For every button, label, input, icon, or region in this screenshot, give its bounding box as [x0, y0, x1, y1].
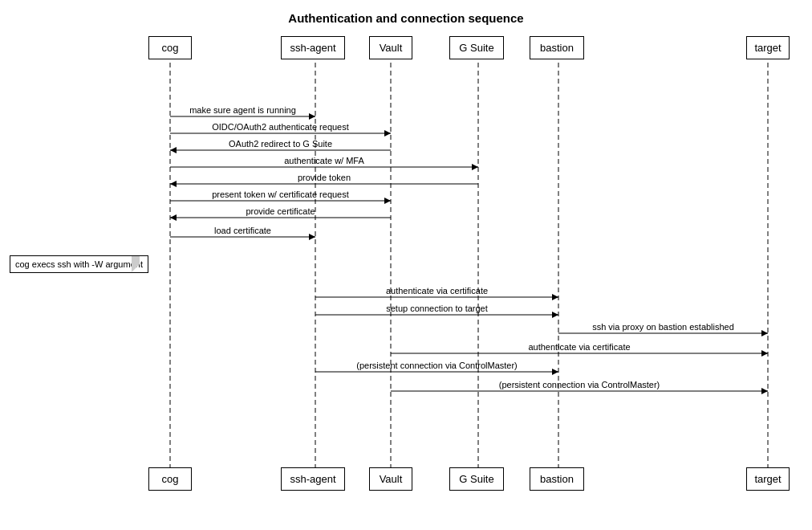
svg-marker-31 [552, 294, 558, 300]
actor-sshagent-bottom: ssh-agent [281, 467, 345, 491]
diagram-title: Authentication and connection sequence [0, 11, 812, 25]
svg-text:load certificate: load certificate [214, 226, 271, 235]
svg-text:(persistent connection via Con: (persistent connection via ControlMaster… [499, 380, 660, 389]
svg-marker-13 [170, 147, 177, 153]
svg-text:setup connection to target: setup connection to target [386, 304, 488, 313]
actor-gsuite-top: G Suite [449, 36, 504, 59]
actor-target-bottom: target [746, 467, 790, 491]
svg-text:authenticate via certificate: authenticate via certificate [528, 342, 630, 352]
svg-marker-40 [761, 350, 768, 357]
svg-text:provide token: provide token [298, 173, 351, 182]
svg-marker-16 [472, 164, 478, 170]
actor-cog-top: cog [148, 36, 192, 59]
svg-text:provide certificate: provide certificate [246, 206, 315, 216]
svg-text:(persistent connection via Con: (persistent connection via ControlMaster… [356, 361, 518, 370]
actor-target-top: target [746, 36, 790, 59]
actor-vault-top: Vault [369, 36, 412, 59]
svg-text:authenticate via certificate: authenticate via certificate [386, 286, 488, 296]
svg-text:OIDC/OAuth2 authenticate reque: OIDC/OAuth2 authenticate request [212, 122, 349, 132]
svg-marker-43 [552, 369, 558, 375]
svg-text:make sure agent is running: make sure agent is running [189, 105, 296, 115]
svg-text:OAuth2 redirect to G Suite: OAuth2 redirect to G Suite [229, 139, 332, 149]
actor-vault-bottom: Vault [369, 467, 412, 491]
svg-marker-28 [309, 234, 315, 240]
svg-marker-25 [170, 214, 177, 221]
svg-marker-19 [170, 181, 177, 187]
svg-marker-34 [552, 312, 558, 318]
svg-marker-46 [761, 388, 768, 394]
note-cog-execs: cog execs ssh with -W argument [10, 255, 148, 273]
svg-text:present token w/ certificate r: present token w/ certificate request [212, 190, 349, 199]
actor-sshagent-top: ssh-agent [281, 36, 345, 59]
diagram: Authentication and connection sequence m… [0, 0, 812, 530]
svg-marker-37 [761, 330, 768, 336]
actor-bastion-top: bastion [530, 36, 584, 59]
svg-text:authenticate w/ MFA: authenticate w/ MFA [284, 156, 364, 165]
svg-text:ssh via proxy on bastion estab: ssh via proxy on bastion established [592, 322, 734, 332]
actor-gsuite-bottom: G Suite [449, 467, 504, 491]
svg-marker-22 [384, 198, 391, 204]
svg-marker-10 [384, 130, 391, 137]
actor-bastion-bottom: bastion [530, 467, 584, 491]
actor-cog-bottom: cog [148, 467, 192, 491]
svg-marker-7 [309, 113, 315, 120]
